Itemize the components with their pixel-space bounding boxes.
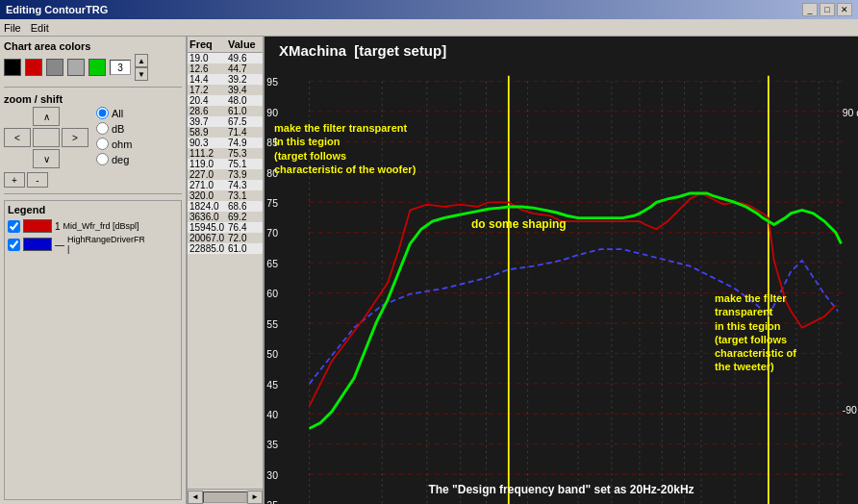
- legend-label-1: Mid_Wfr_frd [dBspl]: [63, 221, 139, 231]
- nav-up-button[interactable]: ∧: [33, 107, 60, 126]
- svg-text:90 deg: 90 deg: [843, 108, 858, 118]
- main-content: Chart area colors ▲ ▼ zoom / shift: [0, 37, 858, 504]
- table-row: 111.275.3: [188, 148, 263, 159]
- legend-check-2[interactable]: [8, 239, 20, 251]
- annotation-shaping: do some shaping: [471, 217, 567, 233]
- legend-section: Legend 1 Mid_Wfr_frd [dBspl] — HighRange…: [4, 200, 182, 500]
- maximize-button[interactable]: □: [820, 3, 835, 16]
- table-row: 227.073.9: [188, 169, 263, 180]
- svg-text:25: 25: [266, 500, 278, 504]
- svg-text:40: 40: [266, 410, 278, 420]
- zoom-minus-button[interactable]: -: [27, 172, 48, 188]
- table-row: 39.767.5: [188, 116, 263, 127]
- legend-color-2[interactable]: [23, 238, 52, 251]
- color-row: ▲ ▼: [4, 54, 182, 81]
- table-row: 58.971.4: [188, 127, 263, 138]
- legend-color-1[interactable]: [23, 219, 52, 233]
- nav-left-button[interactable]: <: [4, 128, 31, 147]
- svg-text:35: 35: [266, 440, 278, 450]
- h-scroll-left[interactable]: ◄: [188, 491, 203, 504]
- window-title: Editing ContourTRG: [6, 4, 108, 15]
- table-row: 20067.072.0: [188, 233, 263, 243]
- legend-item-2: — HighRangeDriverFRD |: [8, 234, 178, 255]
- svg-text:90: 90: [266, 108, 278, 118]
- table-row: 19.049.6: [188, 53, 263, 63]
- chart-svg: 95 90 85 80 75 70 65 60 55 50 45 40 35 3…: [265, 37, 858, 504]
- nav-right-button[interactable]: >: [62, 128, 88, 147]
- svg-text:30: 30: [266, 470, 278, 481]
- chart-title: XMachina [target setup]: [279, 42, 446, 59]
- table-row: 119.075.1: [188, 159, 263, 169]
- svg-text:45: 45: [266, 380, 278, 391]
- nav-center-button[interactable]: [33, 128, 60, 147]
- zoom-plus-button[interactable]: +: [4, 172, 25, 188]
- legend-title: Legend: [8, 204, 178, 215]
- svg-text:55: 55: [266, 319, 278, 330]
- table-row: 90.374.9: [188, 138, 263, 148]
- svg-text:75: 75: [266, 198, 278, 209]
- table-row: 3636.069.2: [188, 212, 263, 222]
- svg-text:60: 60: [266, 289, 278, 299]
- zoom-controls: ∧ < > ∨ + -: [4, 107, 182, 188]
- bottom-text: The "Design frequency band" set as 20Hz-…: [265, 483, 858, 496]
- table-row: 12.644.7: [188, 63, 263, 74]
- col-freq: Freq: [189, 38, 228, 50]
- zoom-shift-section: zoom / shift ∧ < > ∨: [4, 93, 182, 188]
- chart-colors-section: Chart area colors ▲ ▼: [4, 40, 182, 81]
- radio-ohm[interactable]: ohm: [96, 138, 132, 150]
- svg-text:-90 deg: -90 deg: [843, 405, 858, 416]
- menu-bar: File Edit: [0, 19, 858, 37]
- menu-edit[interactable]: Edit: [31, 22, 49, 34]
- spin-down-button[interactable]: ▼: [135, 67, 148, 81]
- table-body[interactable]: 19.049.612.644.714.439.217.239.420.448.0…: [188, 53, 263, 489]
- h-scroll-right[interactable]: ►: [247, 491, 263, 504]
- table-row: 15945.076.4: [188, 222, 263, 233]
- table-panel: Freq Value 19.049.612.644.714.439.217.23…: [188, 37, 265, 504]
- legend-num-1: 1: [55, 221, 61, 232]
- legend-num-2: —: [55, 239, 64, 250]
- divider-2: [4, 193, 182, 194]
- radio-all[interactable]: All: [96, 107, 132, 119]
- color-gray-swatch[interactable]: [46, 59, 63, 76]
- table-row: 20.448.0: [188, 95, 263, 106]
- table-row: 320.073.1: [188, 190, 263, 201]
- left-panel: Chart area colors ▲ ▼ zoom / shift: [0, 37, 188, 504]
- window-controls[interactable]: _ □ ✕: [802, 3, 852, 16]
- number-input[interactable]: [110, 60, 131, 75]
- color-red-swatch[interactable]: [25, 59, 42, 76]
- divider-1: [4, 87, 182, 88]
- annotation-woofer: make the filter transparentin this tegio…: [274, 121, 416, 176]
- legend-label-2: HighRangeDriverFRD |: [67, 235, 144, 254]
- color-gray2-swatch[interactable]: [67, 59, 85, 76]
- chart-area: 95 90 85 80 75 70 65 60 55 50 45 40 35 3…: [265, 37, 858, 504]
- zoom-shift-label: zoom / shift: [4, 93, 182, 105]
- legend-item-1: 1 Mid_Wfr_frd [dBspl]: [8, 218, 178, 234]
- spin-up-button[interactable]: ▲: [135, 54, 148, 67]
- annotation-tweeter: make the filtertransparentin this tegion…: [715, 291, 796, 374]
- svg-text:70: 70: [266, 228, 278, 239]
- svg-text:95: 95: [266, 77, 278, 88]
- radio-group: All dB ohm deg: [96, 107, 132, 165]
- close-button[interactable]: ✕: [837, 3, 852, 16]
- title-bar: Editing ContourTRG _ □ ✕: [0, 0, 858, 19]
- svg-text:50: 50: [266, 349, 278, 360]
- h-scroll-track[interactable]: [203, 491, 247, 503]
- minimize-button[interactable]: _: [802, 3, 818, 16]
- color-green-swatch[interactable]: [88, 59, 106, 76]
- nav-down-button[interactable]: ∨: [33, 149, 60, 168]
- table-row: 22885.061.0: [188, 243, 263, 254]
- table-row: 271.074.3: [188, 180, 263, 190]
- legend-check-1[interactable]: [8, 220, 20, 233]
- table-header: Freq Value: [188, 37, 263, 53]
- table-row: 1824.068.6: [188, 201, 263, 212]
- radio-db[interactable]: dB: [96, 122, 132, 135]
- col-value: Value: [228, 38, 263, 50]
- table-row: 14.439.2: [188, 74, 263, 85]
- nav-grid: ∧ < > ∨ + -: [4, 107, 88, 188]
- table-h-scroll[interactable]: ◄ ►: [188, 489, 263, 504]
- table-row: 17.239.4: [188, 85, 263, 95]
- svg-text:65: 65: [266, 259, 278, 269]
- radio-deg[interactable]: deg: [96, 153, 132, 165]
- color-black-swatch[interactable]: [4, 59, 21, 76]
- menu-file[interactable]: File: [4, 22, 21, 34]
